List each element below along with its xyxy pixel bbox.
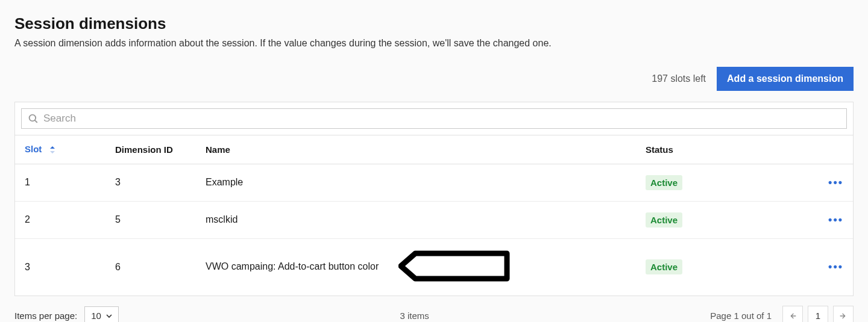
arrow-right-icon: [838, 311, 848, 321]
search-input[interactable]: [43, 113, 840, 125]
svg-point-0: [30, 115, 36, 122]
cell-slot: 3: [15, 238, 105, 296]
pager-current-page: 1: [808, 306, 828, 322]
page-title: Session dimensions: [14, 14, 854, 33]
status-badge: Active: [646, 212, 682, 228]
sort-icon: [49, 145, 55, 155]
row-menu-icon[interactable]: •••: [828, 214, 843, 226]
svg-line-1: [35, 120, 37, 123]
dimensions-table-wrap: Slot Dimension ID Name Status 1 3 Exampl…: [14, 102, 854, 296]
add-session-dimension-button[interactable]: Add a session dimension: [717, 67, 854, 91]
column-header-dimension-id[interactable]: Dimension ID: [105, 135, 196, 164]
table-row: 2 5 msclkid Active •••: [15, 201, 853, 238]
page-subtitle: A session dimension adds information abo…: [14, 38, 854, 49]
column-header-slot[interactable]: Slot: [15, 135, 105, 164]
cell-dimid: 3: [105, 164, 196, 201]
items-count: 3 items: [400, 311, 429, 321]
row-menu-icon[interactable]: •••: [828, 261, 843, 273]
slots-left-text: 197 slots left: [652, 73, 706, 84]
pager-label: Page 1 out of 1: [710, 311, 772, 321]
cell-name: Example: [196, 164, 636, 201]
arrow-left-icon: [788, 311, 797, 321]
status-badge: Active: [646, 259, 682, 274]
cell-dimid: 5: [105, 201, 196, 238]
row-menu-icon[interactable]: •••: [828, 176, 843, 188]
table-footer: Items per page: 10 3 items Page 1 out of…: [14, 296, 854, 322]
items-per-page-select[interactable]: 10: [84, 306, 119, 322]
table-row: 3 6 VWO campaing: Add-to-cart button col…: [15, 238, 853, 296]
top-actions: 197 slots left Add a session dimension: [14, 67, 854, 91]
pager: Page 1 out of 1 1: [710, 306, 854, 322]
dimensions-table: Slot Dimension ID Name Status 1 3 Exampl…: [15, 135, 853, 296]
column-header-status[interactable]: Status: [636, 135, 805, 164]
cell-dimid: 6: [105, 238, 196, 296]
column-header-name[interactable]: Name: [196, 135, 636, 164]
search-box[interactable]: [21, 108, 847, 129]
pager-next-button[interactable]: [833, 306, 854, 322]
search-icon: [28, 113, 39, 124]
status-badge: Active: [646, 175, 682, 190]
table-row: 1 3 Example Active •••: [15, 164, 853, 201]
annotation-arrow-icon: [398, 250, 510, 285]
cell-name: VWO campaing: Add-to-cart button color: [196, 238, 636, 296]
cell-slot: 2: [15, 201, 105, 238]
cell-name-text: VWO campaing: Add-to-cart button color: [206, 261, 379, 271]
items-per-page-value: 10: [91, 311, 101, 321]
items-per-page-label: Items per page:: [14, 311, 77, 321]
cell-slot: 1: [15, 164, 105, 201]
chevron-down-icon: [106, 313, 112, 319]
column-header-slot-label: Slot: [25, 144, 42, 154]
pager-prev-button[interactable]: [782, 306, 803, 322]
cell-name: msclkid: [196, 201, 636, 238]
